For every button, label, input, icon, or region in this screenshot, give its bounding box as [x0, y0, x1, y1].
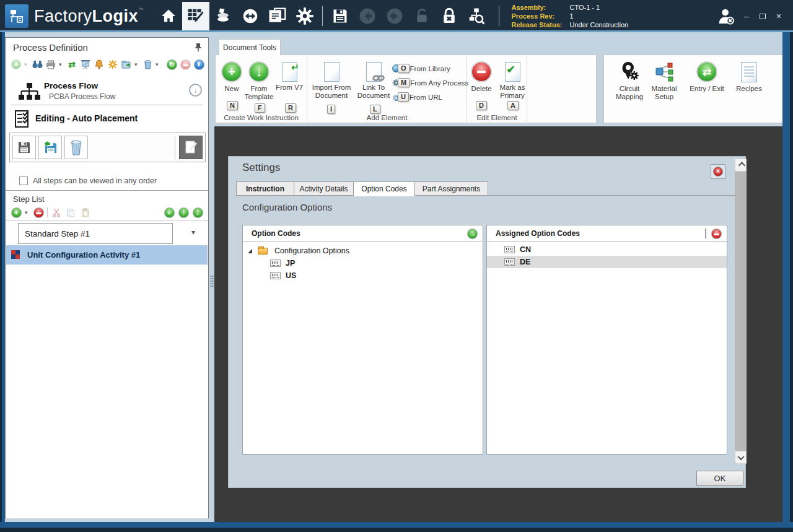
panel-title: Process Definition: [13, 42, 88, 53]
option-code-icon: [270, 259, 281, 267]
any-order-checkbox[interactable]: [19, 177, 28, 185]
remove-icon[interactable]: [180, 59, 191, 70]
scroll-up-button[interactable]: [735, 159, 747, 172]
minimize-button[interactable]: –: [738, 7, 755, 25]
cut-icon[interactable]: [51, 207, 62, 218]
assign-arrow-button[interactable]: →: [467, 229, 478, 239]
assigned-item-row-selected[interactable]: DE: [487, 256, 727, 268]
notifications-bell-icon[interactable]: [94, 59, 105, 70]
from-v7-button[interactable]: ↵ From V7: [274, 61, 305, 92]
print-icon[interactable]: [45, 59, 56, 70]
dialog-scrollbar[interactable]: [735, 159, 747, 464]
trash-dropdown-icon[interactable]: ▾: [156, 61, 160, 68]
back-button[interactable]: [354, 2, 381, 30]
activity-row-selected[interactable]: Unit Configuration Activity #1: [6, 245, 208, 264]
material-setup-button[interactable]: Material Setup: [645, 60, 683, 101]
edit-mode-toggle-button[interactable]: [179, 136, 203, 159]
transfer-button[interactable]: [237, 2, 264, 30]
move-down-icon[interactable]: ↓: [192, 207, 203, 218]
add-step-icon[interactable]: +: [11, 207, 22, 218]
panel-splitter[interactable]: [209, 37, 214, 518]
export-dropdown-icon[interactable]: ▾: [134, 61, 139, 68]
unlock-button[interactable]: [408, 2, 436, 30]
process-flow-icon[interactable]: ⇄: [66, 59, 77, 70]
copy-icon[interactable]: [65, 207, 76, 218]
scroll-down-button[interactable]: [735, 451, 747, 464]
assigned-item-label: CN: [520, 245, 531, 254]
expanded-triangle-icon[interactable]: [248, 249, 252, 253]
tab-document-tools[interactable]: Document Tools: [219, 39, 281, 55]
process-flow-name[interactable]: Process Flow: [44, 81, 98, 90]
forward-button[interactable]: [381, 2, 408, 30]
logout-user-button[interactable]: [714, 2, 738, 30]
keytip-delete: D: [476, 101, 487, 110]
tree-item-row[interactable]: US: [243, 269, 483, 282]
recipes-button[interactable]: Recipes: [733, 60, 765, 93]
scrollbar-thumb[interactable]: [735, 172, 747, 451]
gear-icon[interactable]: [107, 59, 118, 70]
save-button[interactable]: [326, 2, 354, 30]
remove-step-icon[interactable]: [33, 207, 44, 218]
step-selector-chevron-icon[interactable]: ▾: [191, 228, 195, 237]
process-editor-button[interactable]: [182, 2, 209, 30]
lock-revoke-button[interactable]: [436, 2, 463, 30]
paste-icon[interactable]: [79, 207, 90, 218]
print-dropdown-icon[interactable]: ▾: [59, 61, 64, 68]
from-any-process-button[interactable]: M From Any Process: [392, 78, 468, 87]
edit-code-icon[interactable]: [705, 229, 706, 238]
release-status-value: Under Construction: [569, 21, 628, 29]
renumber-steps-icon[interactable]: ⌕: [164, 207, 175, 218]
save-step-button[interactable]: [12, 136, 36, 159]
library-button[interactable]: [209, 2, 237, 30]
tab-activity-details[interactable]: Activity Details: [294, 181, 354, 196]
assigned-item-label: DE: [520, 258, 530, 266]
import-from-document-button[interactable]: Import From Document: [311, 61, 352, 99]
window-frame-right: [782, 32, 793, 532]
pause-icon[interactable]: ‖: [193, 59, 204, 70]
reports-button[interactable]: [264, 2, 291, 30]
document-link-icon: [366, 62, 382, 82]
from-library-button[interactable]: O From Library: [392, 64, 450, 73]
link-to-document-button[interactable]: Link To Document: [354, 61, 393, 99]
tab-part-assignments[interactable]: Part Assignments: [415, 181, 488, 196]
add-icon[interactable]: +: [11, 59, 22, 70]
presentation-icon[interactable]: [80, 59, 91, 70]
export-icon[interactable]: [121, 59, 132, 70]
collapse-down-icon[interactable]: ↓: [189, 84, 202, 97]
add-dropdown-icon[interactable]: ▾: [24, 61, 29, 68]
process-search-button[interactable]: [463, 2, 490, 30]
keytip-from-any-process: M: [398, 78, 410, 87]
close-button[interactable]: ×: [771, 7, 787, 25]
tree-item-label: JP: [286, 259, 295, 268]
checklist-icon: [14, 110, 30, 131]
option-code-icon: [270, 272, 281, 279]
pin-icon[interactable]: [195, 43, 202, 55]
ok-button[interactable]: OK: [696, 471, 743, 486]
mark-as-primary-button[interactable]: ✔ Mark as Primary: [496, 61, 529, 99]
new-button[interactable]: + New: [218, 61, 245, 93]
delete-element-button[interactable]: Delete: [468, 61, 495, 93]
move-up-icon[interactable]: ↑: [178, 207, 189, 218]
tab-instruction[interactable]: Instruction: [236, 181, 294, 196]
delete-step-button[interactable]: [64, 136, 88, 159]
settings-gear-button[interactable]: [291, 2, 318, 30]
step-selector[interactable]: Standard Step #1: [18, 223, 173, 244]
remove-code-button[interactable]: [711, 229, 722, 239]
assigned-item-row[interactable]: CN: [487, 243, 727, 256]
refresh-icon[interactable]: ↻: [166, 59, 177, 70]
tree-item-row[interactable]: JP: [243, 257, 483, 269]
delete-trash-icon[interactable]: [142, 59, 153, 70]
circuit-mapping-button[interactable]: Circuit Mapping: [610, 60, 649, 101]
from-url-button[interactable]: @ U From URL: [392, 92, 442, 102]
maximize-button[interactable]: [755, 7, 771, 25]
dialog-close-button[interactable]: ×: [711, 164, 725, 179]
from-template-button[interactable]: ↓ From Template: [243, 61, 275, 100]
save-as-button[interactable]: [38, 136, 62, 159]
home-button[interactable]: [155, 2, 182, 30]
tree-root-row[interactable]: Configuration Options: [243, 245, 483, 257]
entry-exit-button[interactable]: ⇄ Entry / Exit: [682, 60, 732, 93]
add-step-dropdown-icon[interactable]: ▾: [25, 209, 30, 216]
tab-option-codes[interactable]: Option Codes: [354, 181, 415, 196]
find-binoculars-icon[interactable]: [32, 59, 43, 70]
assigned-option-codes-panel: Assigned Option Codes CN DE: [486, 225, 727, 455]
